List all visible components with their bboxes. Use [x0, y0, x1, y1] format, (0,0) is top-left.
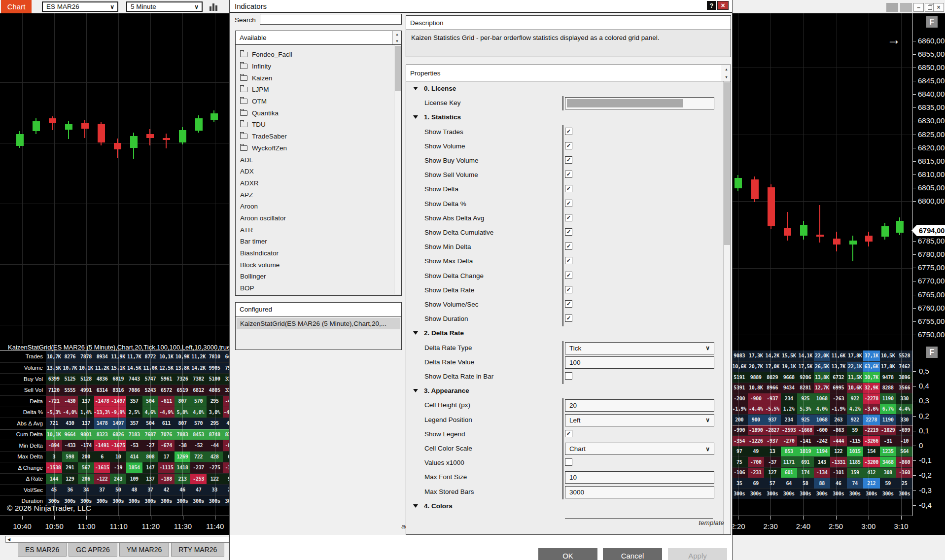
available-scrollbar[interactable]: [394, 45, 401, 294]
property-checkbox[interactable]: ✓: [565, 243, 572, 250]
available-item[interactable]: Quantika: [236, 107, 401, 119]
grid-cell: 98: [223, 474, 230, 485]
property-input[interactable]: 3000: [565, 486, 714, 498]
property-checkbox[interactable]: ✓: [565, 257, 572, 264]
left-arrow-icon[interactable]: ◀: [7, 537, 10, 542]
available-item[interactable]: Kaizen: [236, 72, 401, 84]
property-select[interactable]: Tick∨: [565, 342, 714, 354]
available-item[interactable]: Block volume: [236, 259, 401, 271]
property-select[interactable]: Left∨: [565, 414, 714, 426]
workspace-tab[interactable]: YM MAR26: [119, 543, 170, 557]
time-label: 2:30: [755, 522, 786, 530]
available-item[interactable]: ADXR: [236, 177, 401, 189]
property-input[interactable]: 100: [565, 356, 714, 369]
workspace-tab[interactable]: ES MAR26: [18, 543, 67, 557]
property-checkbox[interactable]: [565, 372, 572, 380]
property-checkbox[interactable]: ✓: [565, 286, 572, 293]
collapse-triangle-icon[interactable]: [413, 504, 418, 508]
configured-item[interactable]: KaizenStatGrid(ES MAR26 (5 Minute),Chart…: [237, 318, 400, 329]
workspace-tab[interactable]: RTY MAR26: [171, 543, 224, 557]
grid-cell: 8281: [797, 383, 814, 393]
up-arrow-icon[interactable]: ▲: [722, 65, 731, 73]
collapse-triangle-icon[interactable]: [413, 87, 418, 90]
properties-panel: Properties ▲▼ 0. LicenseLicense Key1. St…: [406, 65, 731, 535]
available-item[interactable]: Aroon: [236, 201, 401, 212]
available-item[interactable]: LJPM: [236, 84, 401, 96]
workspace-tab[interactable]: GC APR26: [69, 543, 117, 557]
property-checkbox[interactable]: ✓: [565, 300, 572, 308]
right-arrow-icon[interactable]: →: [887, 32, 901, 48]
property-checkbox[interactable]: ✓: [565, 272, 572, 279]
cancel-button[interactable]: Cancel: [603, 548, 662, 560]
property-masked-input[interactable]: [565, 97, 714, 109]
property-checkbox[interactable]: ✓: [565, 200, 572, 207]
layout-button-1[interactable]: [886, 3, 898, 12]
template-link[interactable]: template: [699, 519, 724, 526]
right-chart-panel[interactable]: → F F 6794,00 908317,3K14,2K15,5K14,1K22…: [723, 13, 945, 535]
divider: [562, 442, 563, 456]
properties-spinner[interactable]: ▲▼: [722, 65, 731, 81]
property-checkbox[interactable]: ✓: [565, 214, 572, 221]
collapse-triangle-icon[interactable]: [413, 331, 418, 335]
property-select[interactable]: Chart∨: [565, 443, 714, 455]
bar-chart-icon[interactable]: [210, 3, 217, 11]
available-item[interactable]: Infinity: [236, 61, 401, 72]
tabstrip-scroll-bar[interactable]: ◀: [5, 536, 229, 543]
available-item[interactable]: ADX: [236, 166, 401, 177]
down-arrow-icon[interactable]: ▼: [393, 38, 401, 45]
property-input[interactable]: 10: [565, 471, 714, 484]
search-input[interactable]: [260, 14, 402, 25]
apply-button[interactable]: Apply: [668, 548, 727, 560]
panel-badge-top[interactable]: F: [926, 16, 938, 28]
property-checkbox[interactable]: ✓: [565, 171, 572, 178]
property-checkbox[interactable]: ✓: [565, 315, 572, 322]
collapse-triangle-icon[interactable]: [413, 389, 418, 392]
property-checkbox[interactable]: ✓: [565, 228, 572, 236]
available-item[interactable]: Bollinger: [236, 271, 401, 282]
grid-row-label: Volume: [0, 363, 46, 374]
minimize-button[interactable]: –: [913, 3, 924, 12]
up-arrow-icon[interactable]: ▲: [393, 31, 401, 38]
panel-badge-bottom[interactable]: F: [926, 347, 938, 358]
instrument-select[interactable]: ES MAR26 ∨: [42, 1, 118, 12]
available-item[interactable]: WyckoffZen: [236, 142, 401, 154]
indicators-dialog: Indicators ? × Search Available ▲▼ Fonde…: [230, 0, 732, 560]
property-checkbox[interactable]: ✓: [565, 185, 572, 192]
divider: [562, 355, 563, 370]
available-item[interactable]: BiasIndicator: [236, 247, 401, 259]
close-icon[interactable]: ×: [717, 1, 729, 10]
property-checkbox[interactable]: [565, 458, 572, 466]
property-checkbox[interactable]: ✓: [565, 156, 572, 164]
available-spinner[interactable]: ▲▼: [392, 31, 401, 44]
close-window-button[interactable]: ×: [933, 3, 944, 12]
interval-select[interactable]: 5 Minute ∨: [126, 1, 203, 12]
available-item[interactable]: BOP: [236, 282, 401, 294]
property-input[interactable]: 20: [565, 399, 714, 412]
left-chart-panel[interactable]: KaizenStatGrid(ES MAR26 (5 Minute),Chart…: [0, 13, 230, 535]
available-item[interactable]: APZ: [236, 189, 401, 201]
property-checkbox[interactable]: ✓: [565, 128, 572, 135]
down-arrow-icon[interactable]: ▼: [722, 73, 731, 81]
collapse-triangle-icon[interactable]: [413, 115, 418, 119]
layout-button-2[interactable]: [900, 3, 912, 12]
available-item[interactable]: TradeSaber: [236, 131, 401, 142]
scrollbar-thumb[interactable]: [395, 46, 401, 91]
property-checkbox[interactable]: ✓: [565, 142, 572, 149]
ok-button[interactable]: OK: [538, 548, 597, 560]
property-checkbox[interactable]: ✓: [565, 430, 572, 437]
available-item[interactable]: Bar timer: [236, 236, 401, 247]
available-item[interactable]: Aroon oscillator: [236, 212, 401, 224]
chart-window-tab[interactable]: Chart: [1, 0, 32, 13]
dialog-titlebar[interactable]: Indicators ? ×: [230, 0, 732, 13]
axis-tick: [912, 281, 916, 281]
available-item[interactable]: OTM: [236, 96, 401, 107]
help-icon[interactable]: ?: [707, 1, 716, 10]
properties-scrollbar[interactable]: [723, 81, 731, 534]
available-item[interactable]: ATR: [236, 224, 401, 236]
grid-cell: -674: [158, 440, 175, 451]
scrollbar-thumb[interactable]: [724, 82, 730, 245]
available-item[interactable]: ADL: [236, 154, 401, 166]
available-item[interactable]: TDU: [236, 119, 401, 131]
candlestick: [751, 179, 759, 199]
available-item[interactable]: Fondeo_Facil: [236, 49, 401, 61]
